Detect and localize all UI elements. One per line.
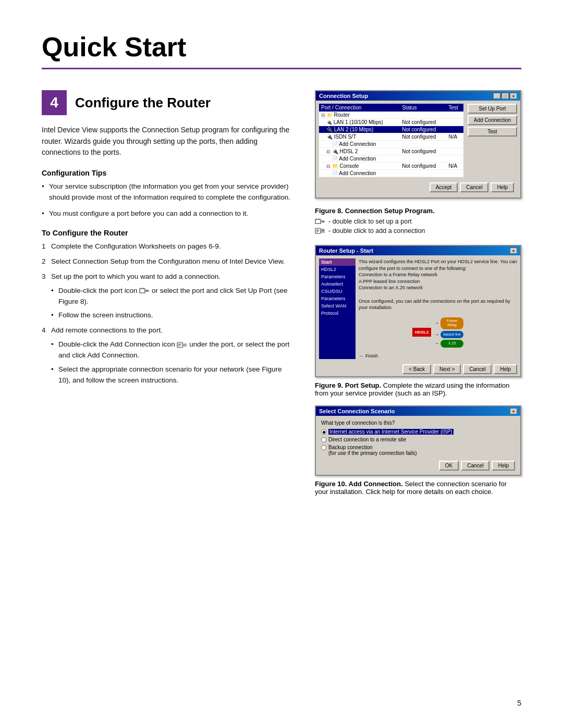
table-cell: 📄 Add Connection (319, 155, 400, 163)
col-header-test: Test (447, 104, 463, 112)
table-row[interactable]: 🔌 LAN 1 (10/100 Mbps) Not configured (319, 119, 463, 126)
arrow-icon: → (434, 340, 439, 347)
cancel-button[interactable]: Cancel (461, 461, 489, 471)
table-cell: 📄 Add Connection (319, 170, 400, 177)
arrow-icon: → (434, 319, 439, 327)
radio-button-3[interactable] (321, 445, 326, 450)
table-row[interactable]: ⊟ 📁 Console Not configured N/A (319, 163, 463, 170)
table-cell (447, 141, 463, 148)
radio-option-2[interactable]: Direct connection to a remote site (321, 437, 515, 442)
next-button[interactable]: Next > (433, 364, 461, 374)
router-dialog-titlebar: Router Setup - Start × (316, 246, 520, 255)
table-row[interactable]: 📄 Add Connection (319, 170, 463, 177)
hdsl2-box: HDSL2 (412, 328, 431, 337)
col-header-port: Port / Connection (319, 104, 400, 112)
nav-protocol[interactable]: Protocol (319, 310, 356, 317)
table-row[interactable]: 📄 Add Connection (319, 141, 463, 148)
router-dialog-body: Start HDSL2 Parameters Autoselect CSU/DS… (316, 255, 520, 376)
intro-text: Intel Device View supports the Connectio… (42, 125, 294, 158)
titlebar-buttons: × (510, 408, 517, 414)
nav-csudsu[interactable]: CSU/DSU (319, 288, 356, 295)
back-button[interactable]: < Back (402, 364, 431, 374)
router-setup-body: Start HDSL2 Parameters Autoselect CSU/DS… (316, 255, 520, 362)
nav-start[interactable]: Start (319, 258, 356, 266)
table-row[interactable]: ⊟ 🔌 HDSL 2 Not configured (319, 148, 463, 155)
dialog-content-row: Port / Connection Status Test ⊟ 📁 Router (319, 104, 517, 180)
table-row[interactable]: ⊟ 📁 Router (319, 112, 463, 119)
step-number: 4 (42, 325, 46, 336)
svg-rect-12 (321, 220, 325, 223)
radio-option-3[interactable]: Backup connection(for use if the primary… (321, 445, 515, 456)
icon-conn-label: - double click to add a connection (328, 227, 425, 235)
icon-port-label: - double click to set up a port (328, 218, 412, 225)
col-header-status: Status (400, 104, 446, 112)
nav-parameters2[interactable]: Parameters (319, 295, 356, 302)
close-button[interactable]: × (510, 93, 517, 99)
sub-bullets: Double-click the Add Connection icon und… (51, 339, 294, 386)
close-button[interactable]: × (510, 248, 517, 254)
table-row[interactable]: 🔌 LAN 2 (10 Mbps) Not configured (319, 126, 463, 133)
add-connection-button[interactable]: Add Connection (468, 115, 517, 125)
list-item: You must configure a port before you can… (42, 208, 294, 219)
page-number: 5 (517, 699, 521, 707)
list-item: Double-click the port icon or select the… (51, 286, 294, 307)
radio-option-1[interactable]: Internet access via an Internet Service … (321, 429, 515, 435)
test-button[interactable]: Test (468, 127, 517, 137)
figure9-caption-bold: Figure 9. Port Setup. (315, 381, 381, 389)
option-label-3: Backup connection(for use if the primary… (328, 445, 417, 456)
clouds-container: → Frame Relay → leased line → (434, 317, 463, 348)
ok-button[interactable]: OK (439, 461, 459, 471)
dialog-title: Connection Setup (319, 93, 368, 99)
table-cell (447, 155, 463, 163)
minimize-button[interactable]: _ (493, 93, 500, 99)
cancel-button[interactable]: Cancel (463, 364, 492, 374)
table-cell: Not configured (400, 119, 446, 126)
option-label-2: Direct connection to a remote site (328, 437, 406, 442)
step-3: 3 Set up the port to which you want to a… (42, 272, 294, 322)
finish-row: → Finish (359, 353, 517, 360)
table-cell: N/A (447, 133, 463, 141)
setup-port-button[interactable]: Set Up Port (468, 104, 517, 114)
table-cell (447, 170, 463, 177)
router-left-nav: Start HDSL2 Parameters Autoselect CSU/DS… (319, 258, 356, 359)
section-title: Configure the Router (75, 95, 211, 111)
radio-button-2[interactable] (321, 437, 326, 442)
table-cell (447, 112, 463, 119)
table-cell (447, 148, 463, 155)
table-cell: 📄 Add Connection (319, 141, 400, 148)
table-row[interactable]: 🔌 ISDN S/T Not configured N/A (319, 133, 463, 141)
accept-button[interactable]: Accept (430, 182, 458, 192)
option-label-1: Internet access via an Internet Service … (328, 429, 454, 435)
cancel-button[interactable]: Cancel (460, 182, 488, 192)
step-number: 1 (42, 241, 46, 252)
step-1: 1 Complete the Configuration Worksheets … (42, 241, 294, 252)
nav-select-wan[interactable]: Select WAN (319, 302, 356, 310)
help-button[interactable]: Help (491, 182, 514, 192)
help-button[interactable]: Help (494, 364, 517, 374)
nav-parameters1[interactable]: Parameters (319, 273, 356, 280)
expand-icon: ⊟ (326, 164, 331, 169)
table-cell: 🔌 LAN 1 (10/100 Mbps) (319, 119, 400, 126)
expand-icon: ⊟ (326, 149, 331, 154)
cloud-row-il: → leased line (434, 331, 463, 338)
table-cell: 🔌 ISDN S/T (319, 133, 400, 141)
cloud-row-fr: → Frame Relay (434, 317, 463, 329)
left-column: 4 Configure the Router Intel Device View… (42, 90, 294, 390)
config-tips-title: Configuration Tips (42, 169, 294, 177)
table-cell (447, 126, 463, 133)
nav-hdsl2[interactable]: HDSL2 (319, 266, 356, 273)
help-button[interactable]: Help (492, 461, 515, 471)
table-cell (400, 112, 446, 119)
router-right-content: This wizard configures the HDSL2 Port on… (359, 258, 517, 359)
table-row[interactable]: 📄 Add Connection (319, 155, 463, 163)
svg-rect-8 (182, 343, 187, 347)
radio-button-1[interactable] (321, 429, 326, 435)
step-text: Add remote connections to the port. (51, 326, 163, 334)
step-4: 4 Add remote connections to the port. Do… (42, 325, 294, 386)
close-button[interactable]: × (510, 408, 517, 414)
figure8-caption-box: Figure 8. Connection Setup Program. - do… (315, 207, 521, 235)
arrow-icon: → (434, 331, 439, 338)
maximize-button[interactable]: □ (501, 93, 509, 99)
side-buttons: Set Up Port Add Connection Test (468, 104, 517, 180)
nav-autoselect[interactable]: Autoselect (319, 280, 356, 288)
